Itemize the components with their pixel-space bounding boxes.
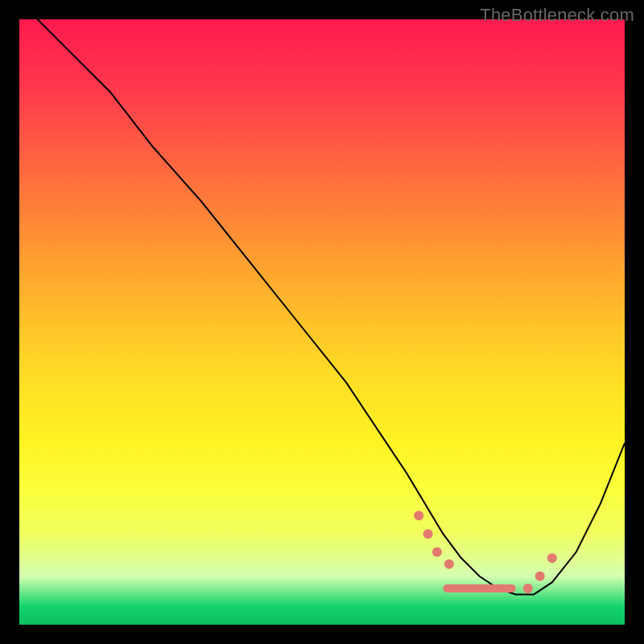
marker-dot: [432, 547, 442, 557]
marker-dot: [547, 553, 557, 563]
marker-dot: [423, 529, 433, 539]
marker-dot: [523, 584, 533, 593]
curve-overlay: [19, 19, 625, 625]
chart-area: [19, 19, 625, 625]
bottleneck-curve-path: [19, 7, 625, 594]
marker-capsule: [443, 584, 515, 592]
watermark-text: TheBottleneck.com: [480, 5, 634, 26]
marker-dot: [535, 572, 545, 581]
marker-dot: [414, 511, 423, 521]
marker-dot: [444, 559, 454, 569]
